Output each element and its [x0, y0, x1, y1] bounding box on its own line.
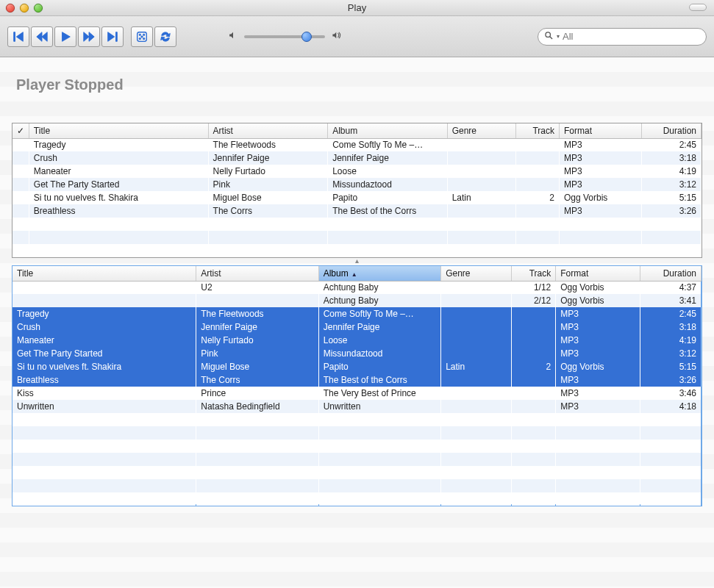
toolbar-toggle-pill[interactable] — [689, 4, 707, 11]
table-row[interactable]: BreathlessThe CorrsThe Best of the Corrs… — [13, 204, 701, 218]
col-format[interactable]: Format — [556, 266, 640, 281]
cell: The Best of the Corrs — [318, 373, 440, 387]
col-genre[interactable]: Genre — [447, 123, 515, 138]
cell: The Fleetwoods — [196, 307, 318, 320]
search-menu-icon[interactable]: ▾ — [557, 33, 560, 40]
table-row-empty[interactable] — [13, 440, 701, 453]
cell: Breathless — [13, 373, 196, 387]
table-row-empty[interactable] — [13, 492, 701, 506]
cell: Come Softly To Me –… — [318, 307, 440, 320]
table-row-empty[interactable] — [13, 479, 701, 492]
table-row[interactable]: CrushJennifer PaigeJennifer PaigeMP33:18 — [13, 320, 701, 334]
col-duration[interactable]: Duration — [641, 123, 701, 138]
cell: The Very Best of Prince — [318, 387, 440, 400]
cell — [13, 165, 29, 178]
minimize-button[interactable] — [20, 4, 29, 12]
table-row-empty[interactable] — [13, 231, 701, 244]
table-row[interactable]: TragedyThe FleetwoodsCome Softly To Me –… — [13, 307, 701, 320]
pane-splitter[interactable]: ▴ — [12, 258, 702, 265]
col-track[interactable]: Track — [516, 123, 560, 138]
traffic-lights — [6, 4, 43, 12]
table-row[interactable]: Achtung Baby2/12Ogg Vorbis3:41 — [13, 294, 701, 307]
table-row[interactable]: UnwrittenNatasha BedingfieldUnwrittenMP3… — [13, 400, 701, 413]
cell: 2 — [511, 360, 555, 373]
table-row[interactable]: ManeaterNelly FurtadoLooseMP34:19 — [13, 165, 701, 178]
library-table[interactable]: Title Artist Album▲ Genre Track Format D… — [13, 266, 701, 506]
cell: MP3 — [559, 204, 641, 218]
table-row-empty[interactable] — [13, 466, 701, 479]
col-format[interactable]: Format — [559, 123, 641, 138]
fast-forward-button[interactable] — [78, 26, 100, 47]
cell — [441, 373, 512, 387]
cell: Unwritten — [13, 400, 196, 413]
col-artist[interactable]: Artist — [208, 123, 328, 138]
cell: Jennifer Paige — [318, 320, 440, 334]
cell — [516, 151, 560, 165]
shuffle-button[interactable] — [131, 26, 153, 47]
cell: Achtung Baby — [318, 294, 440, 307]
table-row-empty[interactable] — [13, 426, 701, 440]
cell: Nelly Furtado — [196, 334, 318, 347]
table-row[interactable]: BreathlessThe CorrsThe Best of the Corrs… — [13, 373, 701, 387]
col-title[interactable]: Title — [29, 123, 208, 138]
cell — [13, 281, 196, 294]
cell: Jennifer Paige — [328, 151, 448, 165]
table-row[interactable]: KissPrinceThe Very Best of PrinceMP33:46 — [13, 387, 701, 400]
cell: Get The Party Started — [13, 347, 196, 360]
col-album[interactable]: Album — [328, 123, 448, 138]
cell: Crush — [29, 151, 208, 165]
table-row-empty[interactable] — [13, 244, 701, 257]
cell — [441, 281, 512, 294]
cell — [447, 178, 515, 191]
table-row[interactable]: CrushJennifer PaigeJennifer PaigeMP33:18 — [13, 151, 701, 165]
rewind-icon — [35, 30, 49, 43]
table-row[interactable]: U2Achtung Baby1/12Ogg Vorbis4:37 — [13, 281, 701, 294]
table-row[interactable]: ManeaterNelly FurtadoLooseMP34:19 — [13, 334, 701, 347]
table-row[interactable]: TragedyThe FleetwoodsCome Softly To Me –… — [13, 138, 701, 151]
cell — [447, 151, 515, 165]
cell: 3:18 — [640, 320, 701, 334]
search-field[interactable]: ▾ — [538, 28, 707, 46]
cell: 4:19 — [640, 334, 701, 347]
queue-table[interactable]: ✓ Title Artist Album Genre Track Format … — [13, 123, 701, 257]
cell: Latin — [447, 191, 515, 204]
close-button[interactable] — [6, 4, 15, 12]
cell: Ogg Vorbis — [556, 360, 640, 373]
col-album-sorted[interactable]: Album▲ — [318, 266, 440, 281]
titlebar[interactable]: Play — [0, 0, 714, 16]
table-row[interactable]: Get The Party StartedPinkMissundaztoodMP… — [13, 347, 701, 360]
table-row-empty[interactable] — [13, 413, 701, 426]
cell — [196, 294, 318, 307]
cell: U2 — [196, 281, 318, 294]
col-track[interactable]: Track — [511, 266, 555, 281]
table-row[interactable]: Si tu no vuelves ft. ShakiraMiguel BoseP… — [13, 360, 701, 373]
cell: Get The Party Started — [29, 178, 208, 191]
repeat-button[interactable] — [154, 26, 176, 47]
col-duration[interactable]: Duration — [640, 266, 701, 281]
cell: MP3 — [559, 151, 641, 165]
table-row-empty[interactable] — [13, 218, 701, 231]
table-row-empty[interactable] — [13, 453, 701, 466]
volume-high-icon — [331, 30, 343, 43]
col-genre[interactable]: Genre — [441, 266, 512, 281]
cell: MP3 — [559, 165, 641, 178]
col-artist[interactable]: Artist — [196, 266, 318, 281]
cell: Pink — [208, 178, 328, 191]
search-input[interactable] — [563, 31, 700, 42]
prev-track-button[interactable] — [7, 26, 29, 47]
cell: 3:12 — [641, 178, 701, 191]
next-track-button[interactable] — [101, 26, 124, 47]
zoom-button[interactable] — [34, 4, 43, 12]
volume-thumb[interactable] — [301, 32, 312, 42]
col-check[interactable]: ✓ — [13, 123, 29, 138]
volume-slider[interactable] — [244, 35, 325, 38]
rewind-button[interactable] — [31, 26, 53, 47]
col-title[interactable]: Title — [13, 266, 196, 281]
cell: Si tu no vuelves ft. Shakira — [29, 191, 208, 204]
play-button[interactable] — [54, 26, 76, 47]
cell: The Corrs — [208, 204, 328, 218]
table-row[interactable]: Get The Party StartedPinkMissundaztoodMP… — [13, 178, 701, 191]
toolbar: ▾ — [0, 16, 714, 57]
table-row[interactable]: Si tu no vuelves ft. ShakiraMiguel BoseP… — [13, 191, 701, 204]
cell — [13, 294, 196, 307]
